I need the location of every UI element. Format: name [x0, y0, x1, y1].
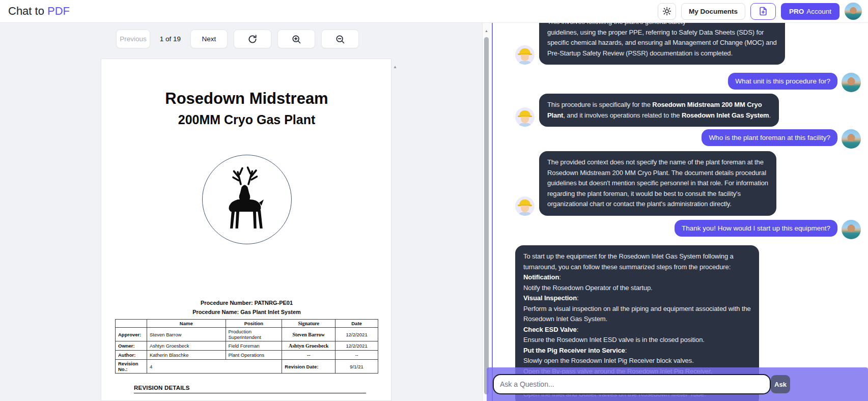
stag-icon: [209, 161, 285, 238]
bot-bubble: This procedure is specifically for the R…: [539, 94, 779, 127]
header-position: Position: [226, 320, 282, 328]
pro-badge: PRO: [789, 8, 804, 15]
user-avatar: [842, 73, 861, 92]
message-line: Notification:: [523, 272, 751, 283]
question-input[interactable]: [493, 374, 771, 394]
next-page-button[interactable]: Next: [190, 30, 228, 48]
bot-bubble: This involves following the plant's gene…: [539, 23, 785, 65]
message-line: guidelines, using the proper PPE, referr…: [547, 27, 777, 38]
logo-text: Chat to: [8, 5, 44, 17]
ask-button-label: Ask: [774, 381, 787, 388]
top-bar: Chat to PDF My Documents: [0, 0, 868, 23]
bot-avatar: [515, 45, 535, 65]
user-bubble: Who is the plant foreman at this facilit…: [702, 129, 837, 146]
pdf-toolbar: Previous 1 of 19 Next: [116, 30, 359, 48]
message-line: Plant, and it involves operations relate…: [547, 110, 771, 121]
chat-scrollbar[interactable]: ▲: [483, 23, 491, 401]
user-message: Thank you! How would I start up this equ…: [675, 220, 861, 239]
message-line: Put the Pig Receiver into Service:: [523, 346, 751, 356]
approval-table: Name Position Signature Date Approver: S…: [115, 319, 378, 374]
procedure-meta: Procedure Number: PATNRG-PE01 Procedure …: [115, 298, 378, 317]
message-line: This involves following the plant's gene…: [547, 23, 777, 27]
user-avatar[interactable]: [845, 3, 862, 20]
message-line: Perform a visual inspection on all the p…: [523, 304, 751, 314]
zoom-out-icon: [335, 34, 345, 44]
message-line: This procedure is specifically for the R…: [547, 100, 771, 110]
bot-bubble: The provided context does not specify th…: [539, 151, 776, 216]
account-label: Account: [806, 8, 831, 15]
message-line: guidelines but doesn't mention specific …: [547, 178, 768, 189]
next-label: Next: [202, 35, 216, 43]
table-header-row: Name Position Signature Date: [116, 320, 378, 328]
sun-icon: [662, 7, 671, 16]
table-row: Approver: Steven Barrow Production Super…: [116, 328, 378, 341]
document-subtitle: 200MM Cryo Gas Plant: [115, 112, 378, 127]
message-line: Slowly open the Rosedown Inlet Pig Recei…: [523, 356, 751, 366]
message-line: regarding the plant foreman, it would be…: [547, 189, 768, 199]
page-indicator: 1 of 19: [156, 35, 184, 43]
zoom-in-button[interactable]: [277, 30, 315, 48]
message-line: specific chemical hazards, and ensuring …: [547, 38, 777, 48]
user-avatar: [842, 129, 861, 149]
bot-face: [521, 54, 529, 61]
message-line: Ensure the Rosedown Inlet ESD valve is i…: [523, 335, 751, 346]
message-line: To start up the equipment for the Rosedo…: [523, 251, 751, 262]
message-line: Check ESD Valve:: [523, 325, 751, 335]
pdf-viewer-panel: Previous 1 of 19 Next: [0, 23, 482, 401]
zoom-out-button[interactable]: [321, 30, 359, 48]
message-line: Rosedown Inlet Gas System.: [523, 314, 751, 325]
previous-label: Previous: [120, 35, 147, 43]
user-bubble: Thank you! How would I start up this equ…: [675, 220, 837, 237]
message-line: organizational chart or contact the plan…: [547, 199, 768, 210]
procedure-name: Procedure Name: Gas Plant Inlet System: [115, 307, 378, 317]
scrollbar-thumb[interactable]: [484, 37, 489, 394]
header-blank: [116, 320, 147, 328]
theme-toggle-button[interactable]: [658, 3, 676, 20]
bot-shirt: [519, 61, 531, 65]
scroll-up-arrow[interactable]: ▲: [393, 65, 397, 69]
bot-message: This procedure is specifically for the R…: [515, 94, 779, 127]
bot-avatar: [515, 196, 535, 216]
chat-accent-divider: [492, 23, 493, 401]
user-avatar: [842, 220, 861, 239]
user-message: What unit is this procedure for?: [728, 73, 861, 92]
company-logo: [202, 155, 292, 244]
add-document-button[interactable]: [750, 3, 776, 20]
message-line: Pre-Startup Safety Review (PSSR) documen…: [547, 48, 777, 59]
bot-avatar: [515, 107, 535, 127]
chat-input-bar: Ask: [487, 367, 868, 401]
bot-face: [521, 206, 529, 212]
header-name: Name: [147, 320, 226, 328]
message-line: Rosedown Midstream 200 MM Cryo Plant. Th…: [547, 168, 768, 179]
main-split: Previous 1 of 19 Next: [0, 23, 868, 401]
message-line: Visual Inspection:: [523, 293, 751, 304]
my-documents-button[interactable]: My Documents: [681, 3, 745, 20]
refresh-icon: [247, 34, 258, 44]
scrollbar-up-arrow[interactable]: ▲: [485, 29, 488, 33]
logo-text-accent: PDF: [47, 5, 70, 17]
my-documents-label: My Documents: [689, 8, 738, 15]
ask-button[interactable]: Ask: [771, 375, 790, 393]
bot-face: [521, 117, 529, 123]
message-line: Notify the Rosedown Operator of the star…: [523, 283, 751, 294]
document-title: Rosedown Midstream: [115, 90, 378, 108]
message-line: turnaround, you can follow these summari…: [523, 262, 751, 273]
rotate-refresh-button[interactable]: [234, 30, 271, 48]
zoom-in-icon: [291, 34, 301, 44]
app-logo: Chat to PDF: [8, 5, 70, 18]
header-signature: Signature: [282, 320, 335, 328]
table-row: Owner: Ashtyn Groesbeck Field Foreman As…: [116, 341, 378, 351]
user-message: Who is the plant foreman at this facilit…: [702, 129, 861, 149]
previous-page-button[interactable]: Previous: [116, 30, 150, 48]
topbar-actions: My Documents PRO Account: [658, 3, 862, 20]
message-line: The provided context does not specify th…: [547, 157, 768, 168]
header-date: Date: [335, 320, 378, 328]
pro-account-button[interactable]: PRO Account: [781, 3, 839, 20]
file-plus-icon: [758, 6, 768, 16]
bot-message: This involves following the plant's gene…: [515, 23, 785, 65]
table-row: Author: Katherin Blaschke Plant Operatio…: [116, 351, 378, 360]
bot-shirt: [519, 123, 531, 127]
pdf-page: Rosedown Midstream 200MM Cryo Gas Plant: [101, 59, 391, 401]
bot-shirt: [519, 212, 531, 216]
bot-message: The provided context does not specify th…: [515, 151, 776, 216]
